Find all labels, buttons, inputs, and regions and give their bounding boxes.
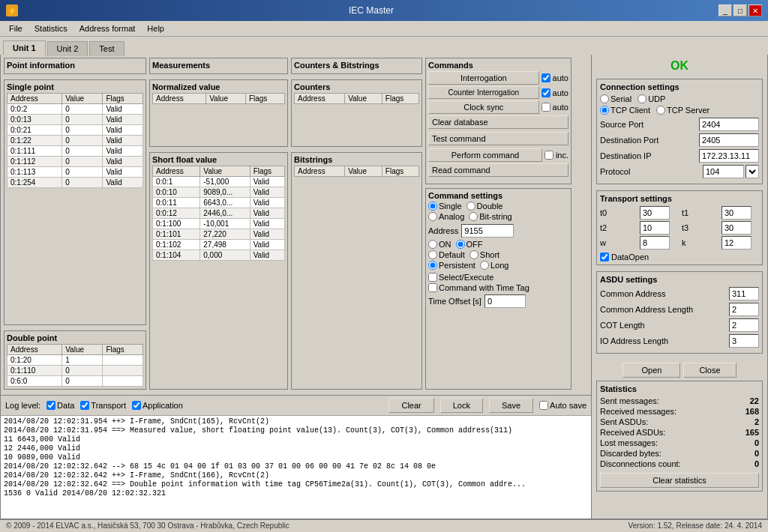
close-button[interactable]: Close bbox=[683, 363, 736, 378]
t1-label: t1 bbox=[682, 208, 717, 217]
cot-length-label: COT Length bbox=[600, 321, 645, 330]
common-address-label: Common Address bbox=[600, 289, 665, 298]
log-data-checkbox[interactable] bbox=[46, 401, 56, 410]
default-radio[interactable] bbox=[428, 250, 437, 259]
menu-statistics[interactable]: Statistics bbox=[28, 22, 74, 34]
protocol-label: Protocol bbox=[600, 167, 630, 176]
common-address-length-input[interactable] bbox=[729, 303, 759, 316]
log-application-label: Application bbox=[142, 401, 183, 410]
persistent-label: Persistent bbox=[439, 261, 476, 270]
open-close-buttons: Open Close bbox=[596, 363, 763, 378]
open-button[interactable]: Open bbox=[622, 363, 680, 378]
source-port-input[interactable] bbox=[699, 118, 759, 131]
log-content[interactable]: 2014/08/20 12:02:31.954 ++> I-Frame, Snd… bbox=[1, 416, 591, 519]
tcp-client-radio[interactable] bbox=[600, 106, 609, 115]
save-log-button[interactable]: Save bbox=[489, 398, 533, 413]
window-controls[interactable]: _ □ ✕ bbox=[718, 4, 762, 16]
t1-input[interactable] bbox=[722, 206, 752, 220]
protocol-select[interactable]: ▼ bbox=[746, 165, 759, 178]
lock-log-button[interactable]: Lock bbox=[440, 398, 483, 413]
received-messages-value: 168 bbox=[746, 407, 759, 416]
io-address-length-input[interactable] bbox=[729, 334, 759, 348]
sp-col-address: Address bbox=[8, 94, 62, 104]
analog-radio[interactable] bbox=[428, 212, 437, 221]
cot-length-input[interactable] bbox=[729, 318, 759, 332]
tab-unit2[interactable]: Unit 2 bbox=[47, 41, 88, 56]
serial-radio[interactable] bbox=[600, 94, 609, 103]
udp-radio[interactable] bbox=[638, 94, 646, 103]
t2-input[interactable] bbox=[640, 221, 670, 235]
point-information-panel: Point information Single point Address V… bbox=[4, 58, 146, 392]
short-label: Short bbox=[480, 250, 500, 259]
nv-col-flags: Flags bbox=[245, 94, 284, 104]
t0-input[interactable] bbox=[640, 206, 670, 220]
disconnections-row: Disconnections count: 0 bbox=[600, 459, 759, 468]
persistent-radio[interactable] bbox=[428, 261, 437, 270]
tab-test[interactable]: Test bbox=[89, 41, 124, 56]
transport-settings-section: Transport settings t0 t1 t2 t3 w k bbox=[596, 190, 763, 265]
test-command-button[interactable]: Test command bbox=[428, 132, 568, 145]
double-radio[interactable] bbox=[466, 202, 476, 211]
bitstrings-panel: Bitstrings Address Value Flags bbox=[291, 152, 422, 390]
clock-auto-checkbox[interactable] bbox=[542, 103, 550, 112]
w-input[interactable] bbox=[640, 236, 670, 250]
long-label: Long bbox=[490, 261, 508, 270]
single-radio[interactable] bbox=[428, 202, 437, 211]
tab-unit1[interactable]: Unit 1 bbox=[3, 40, 46, 55]
double-point-title: Double point bbox=[7, 333, 143, 342]
counter-auto-checkbox[interactable] bbox=[542, 88, 550, 97]
clear-statistics-button[interactable]: Clear statistics bbox=[600, 473, 759, 488]
close-button[interactable]: ✕ bbox=[748, 4, 762, 16]
perform-command-button[interactable]: Perform command bbox=[428, 148, 542, 162]
minimize-button[interactable]: _ bbox=[718, 4, 732, 16]
menu-address-format[interactable]: Address format bbox=[74, 22, 142, 34]
common-address-length-label: Common Address Length bbox=[600, 305, 693, 314]
short-radio[interactable] bbox=[470, 250, 478, 259]
clock-sync-button[interactable]: Clock sync bbox=[428, 100, 539, 114]
dest-ip-input[interactable] bbox=[699, 149, 759, 163]
disconnections-label: Disconnections count: bbox=[600, 459, 681, 468]
cmd-time-tag-checkbox[interactable] bbox=[428, 283, 437, 292]
dest-port-input[interactable] bbox=[699, 133, 759, 147]
tcp-server-radio[interactable] bbox=[656, 106, 665, 115]
counters-bitstrings-panel: Counters & Bitstrings Counters Address V… bbox=[291, 58, 422, 392]
counters-title: Counters bbox=[294, 82, 419, 91]
dp-col-value: Value bbox=[62, 345, 103, 355]
perform-inc-label: inc. bbox=[556, 151, 568, 160]
interrogation-auto-checkbox[interactable] bbox=[542, 73, 550, 82]
log-transport-checkbox[interactable] bbox=[80, 401, 89, 410]
on-radio[interactable] bbox=[428, 240, 437, 249]
clear-database-button[interactable]: Clear database bbox=[428, 115, 568, 129]
t3-input[interactable] bbox=[722, 221, 752, 235]
source-port-row: Source Port bbox=[600, 118, 759, 131]
address-input[interactable] bbox=[461, 224, 514, 238]
commands-panel: Commands Interrogation auto Counter Inte… bbox=[425, 58, 572, 392]
bitstrings-title: Bitstrings bbox=[294, 155, 419, 164]
k-input[interactable] bbox=[722, 236, 752, 250]
double-label: Double bbox=[477, 202, 503, 211]
sf-col-address: Address bbox=[153, 166, 200, 177]
dest-ip-row: Destination IP bbox=[600, 149, 759, 163]
common-address-input[interactable] bbox=[729, 287, 759, 300]
sp-col-value: Value bbox=[62, 94, 103, 104]
menu-file[interactable]: File bbox=[3, 22, 28, 34]
bitstring-radio[interactable] bbox=[469, 212, 478, 221]
dataopen-checkbox[interactable] bbox=[600, 253, 609, 262]
dp-col-flags: Flags bbox=[103, 345, 143, 355]
clear-log-button[interactable]: Clear bbox=[388, 398, 434, 413]
protocol-input[interactable] bbox=[703, 165, 744, 178]
read-command-button[interactable]: Read command bbox=[428, 163, 568, 177]
time-offset-input[interactable] bbox=[484, 294, 526, 308]
select-execute-checkbox[interactable] bbox=[428, 273, 437, 282]
maximize-button[interactable]: □ bbox=[734, 4, 747, 16]
long-radio[interactable] bbox=[480, 261, 489, 270]
perform-inc-checkbox[interactable] bbox=[544, 151, 554, 160]
menu-help[interactable]: Help bbox=[141, 22, 170, 34]
counter-interrogation-button[interactable]: Counter Interrogation bbox=[428, 86, 539, 99]
sent-asdus-row: Sent ASDUs: 2 bbox=[600, 417, 759, 426]
off-radio[interactable] bbox=[456, 240, 465, 249]
auto-save-checkbox[interactable] bbox=[539, 401, 548, 410]
log-application-checkbox[interactable] bbox=[132, 401, 141, 410]
interrogation-button[interactable]: Interrogation bbox=[428, 71, 539, 85]
received-messages-row: Received messages: 168 bbox=[600, 407, 759, 416]
